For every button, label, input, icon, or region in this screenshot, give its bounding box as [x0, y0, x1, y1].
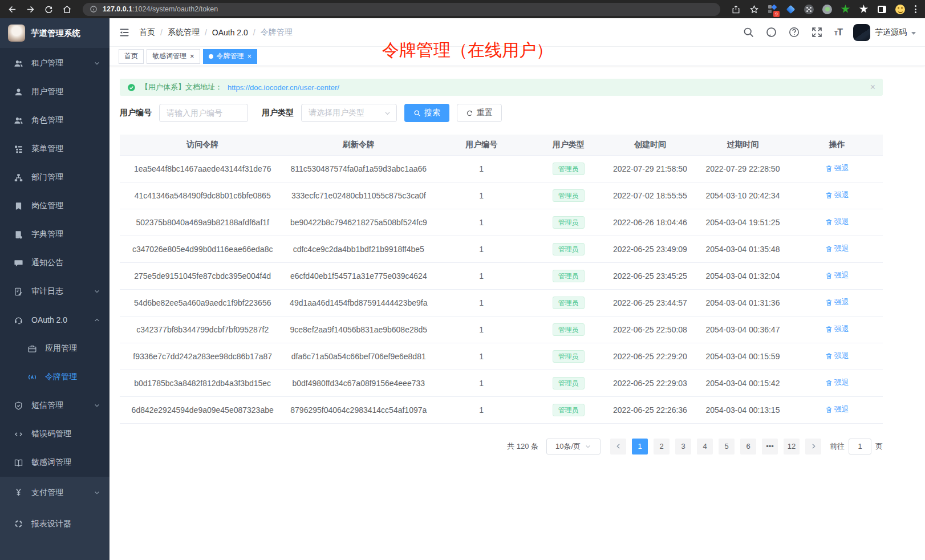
force-logout-button[interactable]: 强退	[825, 163, 849, 173]
browser-reload-button[interactable]	[44, 5, 54, 14]
user-menu[interactable]: 芋道源码	[853, 24, 916, 41]
green-star-extension-icon[interactable]	[841, 5, 850, 14]
browser-forward-button[interactable]	[26, 5, 35, 14]
breadcrumb-item[interactable]: 首页	[139, 27, 155, 38]
refresh-token-cell: 811c530487574fa0af1a59d3abc1aa66	[285, 155, 432, 182]
sidebar-item-oauth2-token[interactable]: 令牌管理	[0, 363, 109, 391]
menu-tree-icon	[14, 144, 23, 154]
expire-time-cell: 2054-03-04 01:32:04	[694, 262, 791, 289]
user-type-cell: 管理员	[531, 182, 606, 209]
prev-page-button[interactable]	[610, 439, 626, 455]
user-id-input[interactable]	[159, 104, 248, 122]
next-page-button[interactable]	[805, 439, 821, 455]
app-logo-row[interactable]: 芋道管理系统	[0, 18, 109, 48]
sidebar-item-sms[interactable]: 短信管理	[0, 391, 109, 420]
sidebar-item-menu[interactable]: 菜单管理	[0, 135, 109, 163]
user-type-cell: 管理员	[531, 262, 606, 289]
sidebar-item-post[interactable]: 岗位管理	[0, 192, 109, 220]
site-info-icon[interactable]	[90, 5, 98, 13]
browser-home-button[interactable]	[62, 5, 72, 14]
force-logout-button[interactable]: 强退	[825, 297, 849, 307]
browser-menu-icon[interactable]	[914, 5, 918, 13]
sidebar-item-label: 令牌管理	[45, 372, 77, 382]
alert-close-icon[interactable]: ×	[870, 83, 875, 92]
table-row: b0d1785bc3a8482f812db4a3f3bd15ecb0df4980…	[120, 370, 883, 396]
sidebar-item-tenant[interactable]: 租户管理	[0, 49, 109, 78]
goto-page-input[interactable]	[849, 439, 871, 455]
page-button-1[interactable]: 1	[632, 439, 648, 455]
record-extension-icon[interactable]	[822, 5, 832, 14]
action-cell: 强退	[791, 236, 883, 262]
force-logout-button[interactable]: 强退	[825, 351, 849, 361]
more-pages-button[interactable]: •••	[762, 439, 778, 455]
collapse-sidebar-icon[interactable]	[119, 27, 130, 38]
sidebar-item-user[interactable]: 用户管理	[0, 78, 109, 106]
force-logout-button[interactable]: 强退	[825, 324, 849, 334]
sidebar-item-label: 报表设计器	[31, 519, 71, 529]
table-row: 6d842e2924594de9a09e45e087323abe8796295f…	[120, 396, 883, 423]
close-tab-icon[interactable]: ×	[248, 52, 252, 60]
force-logout-button[interactable]: 强退	[825, 270, 849, 281]
tab-令牌管理[interactable]: 令牌管理×	[203, 49, 258, 64]
report-icon	[14, 519, 23, 529]
goto-label: 前往	[830, 441, 845, 452]
page-button-4[interactable]: 4	[697, 439, 713, 455]
force-logout-button[interactable]: 强退	[825, 190, 849, 200]
user-type-placeholder: 请选择用户类型	[309, 108, 364, 118]
column-header: 过期时间	[694, 135, 791, 155]
command-extension-icon[interactable]	[804, 5, 814, 14]
fullscreen-icon[interactable]	[811, 26, 823, 38]
sidebar-item-oauth2-app[interactable]: 应用管理	[0, 334, 109, 363]
pinwheel-extension-icon[interactable]	[859, 5, 869, 14]
page-button-12[interactable]: 12	[784, 439, 800, 455]
font-size-icon[interactable]: TT	[834, 27, 842, 38]
sidebar-item-pay[interactable]: 支付管理	[0, 477, 109, 508]
tab-首页[interactable]: 首页	[119, 49, 144, 64]
help-icon[interactable]	[788, 26, 800, 38]
gem-extension-icon[interactable]	[786, 5, 796, 14]
force-logout-button[interactable]: 强退	[825, 244, 849, 254]
sidebar-item-dict[interactable]: 字典管理	[0, 220, 109, 249]
sidebar-item-label: 角色管理	[31, 115, 63, 125]
create-time-cell: 2022-06-25 22:29:03	[606, 370, 694, 396]
page-button-3[interactable]: 3	[675, 439, 691, 455]
blocks-extension-icon[interactable]: 9	[768, 5, 777, 14]
browser-back-button[interactable]	[7, 5, 17, 14]
share-icon[interactable]	[731, 5, 741, 14]
force-logout-button[interactable]: 强退	[825, 217, 849, 227]
sidebar-item-audit-log[interactable]: 审计日志	[0, 277, 109, 306]
github-icon[interactable]	[765, 26, 777, 38]
sidebar-item-role[interactable]: 角色管理	[0, 106, 109, 135]
user-type-tag: 管理员	[553, 189, 585, 202]
table-row: c347026e805e4d99b0d116eae66eda8ccdfc4ce9…	[120, 236, 883, 262]
tab-敏感词管理[interactable]: 敏感词管理×	[147, 49, 200, 64]
force-logout-button[interactable]: 强退	[825, 378, 849, 388]
address-bar[interactable]: 127.0.0.1:1024/system/oauth2/token	[83, 3, 720, 16]
sidebar-item-error-code[interactable]: 错误码管理	[0, 420, 109, 448]
sidebar-item-dept[interactable]: 部门管理	[0, 163, 109, 192]
app-logo	[8, 25, 25, 42]
sidebar-item-sensitive-word[interactable]: 敏感词管理	[0, 448, 109, 477]
sidebar-panel-icon[interactable]	[877, 5, 887, 14]
sidebar-item-oauth2[interactable]: OAuth 2.0	[0, 306, 109, 334]
doc-link[interactable]: https://doc.iocoder.cn/user-center/	[228, 83, 339, 92]
success-check-icon	[127, 83, 136, 92]
sidebar-item-notice[interactable]: 通知公告	[0, 249, 109, 277]
column-header: 刷新令牌	[285, 135, 432, 155]
breadcrumb-item[interactable]: 系统管理	[168, 27, 200, 38]
reset-button[interactable]: 重置	[457, 104, 502, 122]
bookmark-star-icon[interactable]	[749, 5, 759, 14]
search-icon[interactable]	[743, 26, 754, 38]
close-tab-icon[interactable]: ×	[190, 52, 194, 60]
page-size-select[interactable]: 10条/页	[546, 439, 601, 455]
breadcrumb-item[interactable]: OAuth 2.0	[212, 28, 248, 37]
sidebar-item-report-designer[interactable]: 报表设计器	[0, 508, 109, 539]
page-button-2[interactable]: 2	[654, 439, 670, 455]
profile-avatar-icon[interactable]	[895, 5, 905, 14]
table-row: 1ea5e44f8bc1467aaede43144f31de76811c5304…	[120, 155, 883, 182]
page-button-6[interactable]: 6	[740, 439, 756, 455]
search-button[interactable]: 搜索	[404, 104, 449, 122]
user-type-select[interactable]: 请选择用户类型	[301, 104, 397, 122]
force-logout-button[interactable]: 强退	[825, 404, 849, 415]
page-button-5[interactable]: 5	[719, 439, 735, 455]
